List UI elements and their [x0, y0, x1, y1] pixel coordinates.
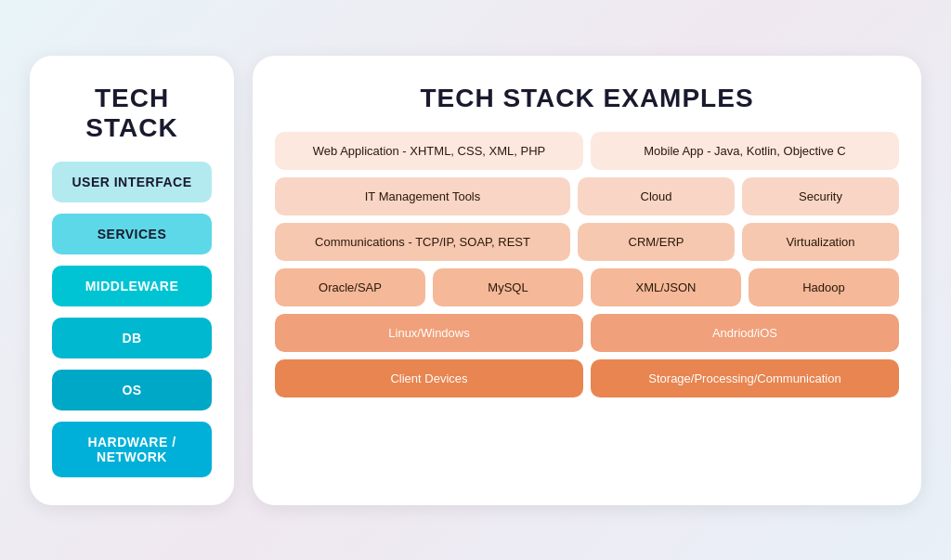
- cell-mobile-app: Mobile App - Java, Kotlin, Objective C: [591, 132, 899, 170]
- grid-row-1: Web Application - XHTML, CSS, XML, PHP M…: [275, 132, 899, 170]
- cell-android-ios: Andriod/iOS: [591, 314, 899, 352]
- cell-hadoop: Hadoop: [749, 268, 899, 306]
- cell-crm-erp: CRM/ERP: [578, 223, 735, 261]
- stack-item-user-interface: USER INTERFACE: [52, 162, 212, 202]
- cell-client-devices: Client Devices: [275, 359, 583, 397]
- cell-it-management: IT Management Tools: [275, 177, 570, 215]
- cell-xml-json: XML/JSON: [591, 268, 741, 306]
- grid-row-2: IT Management Tools Cloud Security: [275, 177, 899, 215]
- cell-mysql: MySQL: [433, 268, 583, 306]
- left-panel-title: TECH STACK: [52, 84, 212, 143]
- grid-row-4: Oracle/SAP MySQL XML/JSON Hadoop: [275, 268, 899, 306]
- stack-item-db: DB: [52, 318, 212, 358]
- examples-grid: Web Application - XHTML, CSS, XML, PHP M…: [275, 132, 899, 397]
- cell-virtualization: Virtualization: [742, 223, 899, 261]
- grid-row-5: Linux/Windows Andriod/iOS: [275, 314, 899, 352]
- stack-item-middleware: MIDDLEWARE: [52, 266, 212, 306]
- right-panel: TECH STACK EXAMPLES Web Application - XH…: [253, 56, 921, 505]
- stack-item-os: OS: [52, 370, 212, 410]
- stack-item-hardware: HARDWARE / NETWORK: [52, 422, 212, 477]
- cell-linux-windows: Linux/Windows: [275, 314, 583, 352]
- cell-communications: Communications - TCP/IP, SOAP, REST: [275, 223, 570, 261]
- cell-web-app: Web Application - XHTML, CSS, XML, PHP: [275, 132, 583, 170]
- right-panel-title: TECH STACK EXAMPLES: [275, 84, 899, 113]
- cell-cloud: Cloud: [578, 177, 735, 215]
- main-container: TECH STACK USER INTERFACE SERVICES MIDDL…: [30, 56, 921, 505]
- cell-oracle-sap: Oracle/SAP: [275, 268, 425, 306]
- cell-storage-processing: Storage/Processing/Communication: [591, 359, 899, 397]
- grid-row-6: Client Devices Storage/Processing/Commun…: [275, 359, 899, 397]
- grid-row-3: Communications - TCP/IP, SOAP, REST CRM/…: [275, 223, 899, 261]
- left-panel: TECH STACK USER INTERFACE SERVICES MIDDL…: [30, 56, 234, 505]
- stack-item-services: SERVICES: [52, 214, 212, 254]
- cell-security: Security: [742, 177, 899, 215]
